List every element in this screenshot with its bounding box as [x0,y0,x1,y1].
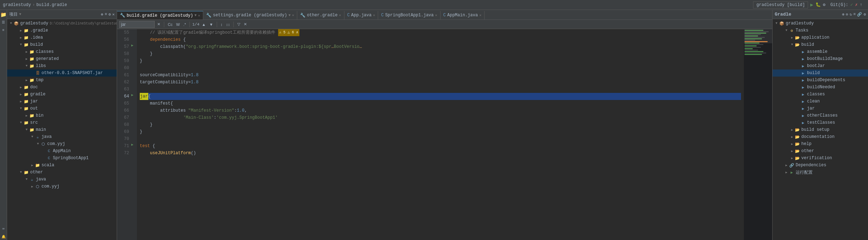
search-clear[interactable]: ✕ [156,22,161,27]
tree-build-folder[interactable]: ▼ 📁 build [7,41,117,48]
replace-btn[interactable]: ↕ [220,22,224,27]
tab-app-java[interactable]: C App.java ✕ [344,11,378,19]
locate-icon[interactable]: ⊕ [101,12,104,17]
run-arrow-57[interactable]: ▶ [131,43,133,48]
run-arrow-64[interactable]: ▶ [131,93,133,97]
tab-build-gradle[interactable]: 🔧 build.gradle (gradlestudy) ▼ ✕ [117,11,203,19]
gradle-help[interactable]: ▶ 📂 help [773,140,868,147]
gradle-build-setup[interactable]: ▶ 📂 build setup [773,126,868,133]
tree-gradle-folder[interactable]: ▶ 📁 .gradle [7,27,117,34]
regex-btn[interactable]: .* [182,22,187,27]
whole-word-btn[interactable]: W [175,22,181,27]
tree-doc-folder[interactable]: ▶ 📁 doc [7,84,117,91]
tab-other-gradle[interactable]: 🔧 other.gradle ✕ [297,11,344,19]
gradle-tasks[interactable]: ▼ ⚙ Tasks [773,27,868,34]
gradle-task-clean[interactable]: ▶ clean [773,98,868,105]
tree-idea-folder[interactable]: ▶ 📁 .idea [7,34,117,41]
gradle-other[interactable]: ▶ 📂 other [773,147,868,155]
git-checkmark[interactable]: ✓ [850,2,853,7]
debug-button[interactable]: 🐛 [816,2,821,7]
project-icon[interactable]: 📁 [0,11,7,18]
tab-app-java-close[interactable]: ✕ [373,13,375,17]
code-line-70 [140,135,741,143]
tab-springbootapp1-java[interactable]: C SpringBootApp1.java ✕ [378,11,440,19]
close-search-btn[interactable]: ✕ [243,22,248,27]
tree-jar-file[interactable]: 🗄 other-0.0.1-SNAPSHOT.jar [7,69,117,77]
tree-root[interactable]: ▼ 📦 gradlestudy D:\Coding\OnlineStudy\gr… [7,20,117,27]
gradle-header: Gradle ⊕ ⊖ ↻ ≡ 🔗 ⚙ [773,10,868,19]
tab-other-gradle-close[interactable]: ✕ [339,13,341,17]
tree-java-folder[interactable]: ▼ ☕ java [7,133,117,140]
tab-settings-gradle[interactable]: 🔧 settings.gradle (gradlestudy) ▼ ✕ [203,11,297,19]
gradle-task-otherclasses[interactable]: ▶ otherClasses [773,112,868,119]
tree-src-folder[interactable]: ▼ 📁 src [7,119,117,126]
filter-btn[interactable]: ▽ [236,22,241,27]
build-button[interactable]: ⚙ [823,2,825,7]
match-case-btn[interactable]: Cc [167,22,173,27]
gradle-task-jar[interactable]: ▶ jar [773,105,868,112]
gradle-add-icon[interactable]: ⊕ [842,12,845,17]
tree-classes-folder[interactable]: ▶ 📁 classes [7,48,117,55]
structure-icon[interactable]: ≡ [0,27,7,33]
gradle-documentation[interactable]: ▶ 📂 documentation [773,133,868,140]
tab-springbootapp1-close[interactable]: ✕ [435,13,437,17]
run-config-dropdown[interactable]: gradlestudy [build] [753,1,808,9]
tree-other-java-folder[interactable]: ▼ ☕ java [7,176,117,183]
gradle-run-config[interactable]: ▶ ▶ 运行配置 [773,169,868,176]
bookmark-icon[interactable]: ☰ [0,19,7,26]
gradle-minus-icon[interactable]: ⊖ [846,12,848,17]
tree-generated-folder[interactable]: ▶ 📁 generated [7,55,117,62]
gradle-application[interactable]: ▶ 📂 application [773,34,868,41]
tree-out-folder[interactable]: ▼ 📁 out [7,105,117,112]
tree-com-yyj-package[interactable]: ▼ ⬡ com.yyj [7,140,117,147]
tab-appmain-close[interactable]: ✕ [479,13,481,17]
settings-icon[interactable]: ⚙ [109,12,111,17]
gradle-task-builddependents[interactable]: ▶ buildDependents [773,77,868,84]
terminal-icon[interactable]: ⌨ [0,226,7,232]
gradle-root[interactable]: ▼ 📦 gradlestudy [773,20,868,27]
event-log-icon[interactable]: 🔔 [0,234,7,240]
gradle-task-bootbuildimage[interactable]: ▶ bootBuildImage [773,55,868,62]
collapse-icon[interactable]: ≡ [105,12,107,17]
gradle-settings-icon[interactable]: ⚙ [863,12,866,17]
tree-gradle-sub-folder[interactable]: ▶ 📁 gradle [7,91,117,98]
gradle-dependencies[interactable]: ▶ 🔗 Dependencies [773,162,868,169]
minimap[interactable] [744,29,772,240]
search-input[interactable] [119,21,155,28]
replace-all-btn[interactable]: ↕↕ [225,22,231,27]
gradle-refresh-icon[interactable]: ↻ [850,12,852,17]
gradle-task-assemble[interactable]: ▶ assemble [773,48,868,55]
tree-appmain-file[interactable]: C AppMain [7,147,117,155]
gradle-task-buildneeded[interactable]: ▶ buildNeeded [773,84,868,91]
prev-match-btn[interactable]: ▲ [201,22,207,27]
tree-bin-folder[interactable]: ▶ 📁 bin [7,112,117,119]
tree-scala-folder[interactable]: ▶ 📁 scala [7,162,117,169]
tree-jar-folder[interactable]: ▶ 📁 jar [7,98,117,105]
tab-build-gradle-close[interactable]: ✕ [198,13,200,18]
tree-libs-folder[interactable]: ▼ 📁 libs [7,62,117,69]
tab-settings-close[interactable]: ✕ [292,13,294,17]
tree-springbootapp1-file[interactable]: C SpringBootApp1 [7,155,117,162]
code-line-68: } [140,121,741,128]
close-panel-icon[interactable]: ✕ [112,12,115,17]
gradle-verification[interactable]: ▶ 📂 verification [773,155,868,162]
tree-tmp-folder[interactable]: ▶ 📁 tmp [7,77,117,84]
gradle-task-classes[interactable]: ▶ classes [773,91,868,98]
code-content[interactable]: // 该区域配置了gradle编译springboot工程所需要的依赖插件 ⚠ … [137,29,744,240]
gradle-build-group[interactable]: ▼ 📂 build [773,41,868,48]
git-arrow-up[interactable]: ↑ [860,2,862,7]
gradle-task-build[interactable]: ▶ build [773,69,868,77]
tree-other-folder[interactable]: ▼ 📁 other [7,169,117,176]
run-button[interactable]: ▶ [810,2,813,8]
gradle-expand-icon[interactable]: ≡ [853,12,856,17]
tree-other-com-yyj-package[interactable]: ▶ ⬡ com.yyj [7,183,117,190]
gradle-link-icon[interactable]: 🔗 [857,12,862,17]
next-match-btn[interactable]: ▼ [208,22,214,27]
project-tree: ▼ 📦 gradlestudy D:\Coding\OnlineStudy\gr… [7,19,117,240]
run-arrow-71[interactable]: ▶ [131,143,133,147]
tab-appmain-java[interactable]: C AppMain.java ✕ [441,11,485,19]
tree-main-folder[interactable]: ▼ 📁 main [7,126,117,133]
gradle-task-bootjar[interactable]: ▶ bootJar [773,62,868,69]
git-x[interactable]: ✗ [855,2,858,7]
gradle-task-testclasses[interactable]: ▶ testClasses [773,119,868,126]
